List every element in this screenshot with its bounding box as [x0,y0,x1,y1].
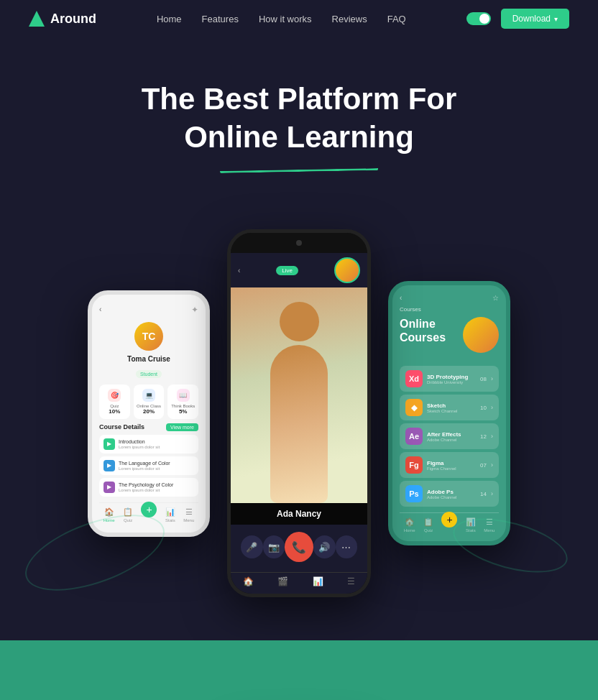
pl-stat-class: 💻 Online Class 20% [134,384,165,419]
features-section: 🖥 Access on all devices Fusce lectus neq… [0,640,598,700]
pc-nav-video[interactable]: 🎬 [277,576,288,586]
phone-right: ‹ ☆ Courses Online Courses Xd 3D Prototy… [388,281,510,545]
pl-badge-label: Student [136,370,162,378]
hero-underline [220,166,378,173]
pc-name-bar: Ada Nancy [231,503,367,525]
pl-stat-books-icon: 📖 [177,389,190,402]
pr-course-ae-icon: Ae [405,428,423,445]
pc-caller-name: Ada Nancy [239,509,359,519]
pc-video-area [231,287,367,503]
features-right: 🎯 Study convenient Fermentum convallis m… [407,691,555,700]
nav-right: Download [466,9,569,29]
nav-links: Home Features How it works Reviews FAQ [157,12,406,25]
pl-section-title: Course Details [99,423,144,430]
logo-icon [29,11,45,27]
pr-nav-add[interactable]: + [441,512,457,528]
pc-mic-btn[interactable]: 🎤 [241,535,263,558]
pc-speaker-btn[interactable]: 🔊 [313,535,336,558]
pc-person-body [270,345,328,503]
phone-left: ‹ ✦ TC Toma Cruise Student 🎯 Quiz 10% 💻 … [88,290,210,537]
pr-course-ps[interactable]: Ps Adobe Ps Adobe Channel 14 › [400,481,499,507]
pl-nav-stats[interactable]: 📊Stats [165,507,175,522]
pr-course-sketch[interactable]: ◆ Sketch Sketch Channel 10 › [400,395,499,420]
logo[interactable]: Around [29,11,96,27]
pl-lesson-3[interactable]: ▶ The Psychology of Color Lorem ipsum do… [99,478,198,497]
pr-top-area: Online Courses [400,317,499,360]
pr-course-ae[interactable]: Ae After Effects Adobe Channel 12 › [400,423,499,449]
pl-stat-quiz-icon: 🎯 [108,389,121,402]
hero-headline: The Best Platform For Online Learning [29,80,569,156]
pl-lesson-2-icon: ▶ [104,460,115,471]
pl-nav: 🏠Home 📋Quiz + 📊Stats ☰Menu [99,502,198,522]
nav-reviews[interactable]: Reviews [332,14,367,24]
pl-nav-menu[interactable]: ☰Menu [183,507,194,522]
pr-course-figma[interactable]: Fg Figma Figma Channel 07 › [400,452,499,478]
pc-hangup-btn[interactable]: 📞 [285,532,313,562]
pr-course-ps-icon: Ps [405,485,423,502]
theme-toggle[interactable] [466,12,491,25]
download-button[interactable]: Download [501,9,569,29]
pl-stat-class-icon: 💻 [142,389,155,402]
logo-text: Around [50,11,96,27]
pc-header: ‹ Live [231,253,367,287]
pc-person [231,287,367,503]
pc-nav-stats[interactable]: 📊 [313,576,323,586]
pl-username: Toma Cruise [99,355,198,363]
theme-toggle-wrap [466,12,491,25]
pr-thumb [463,317,499,353]
pr-nav-stats[interactable]: 📊Stats [466,517,476,533]
phones-section: ‹ ✦ TC Toma Cruise Student 🎯 Quiz 10% 💻 … [0,229,598,640]
pc-person-head [280,302,319,341]
pl-lesson-1-icon: ▶ [104,438,115,450]
nav-home[interactable]: Home [157,14,182,24]
pl-lesson-2[interactable]: ▶ The Language of Color Lorem ipsum dolo… [99,456,198,475]
pl-settings-icon[interactable]: ✦ [191,305,198,315]
pl-avatar: TC [134,322,163,351]
pr-back-icon[interactable]: ‹ [400,294,402,302]
pc-more-btn[interactable]: ⋯ [336,535,358,558]
pc-status-badge: Live [276,266,298,275]
pr-top: ‹ ☆ [400,294,499,302]
pr-save-icon[interactable]: ☆ [492,294,499,302]
pr-nav-menu[interactable]: ☰Menu [484,517,494,533]
pr-nav-quiz[interactable]: 📋Quiz [423,517,433,533]
pr-nav: 🏠Home 📋Quiz + 📊Stats ☰Menu [400,512,499,533]
pr-course-xd[interactable]: Xd 3D Prototyping Dribbble University 08… [400,366,499,392]
pl-view-more-btn[interactable]: View more [166,423,198,431]
pr-section-title: Courses [400,306,499,313]
pr-course-figma-icon: Fg [405,456,423,474]
pl-stats: 🎯 Quiz 10% 💻 Online Class 20% 📖 Think Bo… [99,384,198,419]
pr-nav-home[interactable]: 🏠Home [404,517,415,533]
pc-notch [231,233,367,253]
pc-nav-home[interactable]: 🏠 [243,576,254,586]
hero-section: The Best Platform For Online Learning [0,37,598,229]
pc-controls: 🎤 📷 📞 🔊 ⋯ [231,525,367,572]
pc-nav-menu[interactable]: ☰ [347,576,355,586]
pc-back-icon[interactable]: ‹ [238,267,240,275]
pr-course-sketch-icon: ◆ [405,399,423,416]
pl-nav-home[interactable]: 🏠Home [104,507,115,522]
hero-headline-line1: The Best Platform For [142,82,457,116]
pc-thumb-avatar [334,257,360,283]
pc-bottom-nav: 🏠 🎬 📊 ☰ [231,572,367,594]
pl-stat-quiz: 🎯 Quiz 10% [99,384,130,419]
pl-back-icon[interactable]: ‹ [99,305,101,313]
pc-video-btn[interactable]: 📷 [263,535,285,558]
hero-headline-line2: Online Learning [184,120,414,154]
pr-course-xd-icon: Xd [405,370,423,387]
pc-notch-dot [296,240,302,246]
pl-stat-books: 📖 Think Books 5% [167,384,198,419]
phone-center: ‹ Live Ada Nancy 🎤 📷 📞 🔊 ⋯ 🏠 🎬 [227,229,371,597]
pl-nav-quiz[interactable]: 📋Quiz [123,507,133,522]
pl-badge: Student [99,366,198,379]
pl-lesson-3-icon: ▶ [104,482,115,493]
navbar: Around Home Features How it works Review… [0,0,598,37]
pl-lesson-1[interactable]: ▶ Introduction Lorem ipsum dolor sit [99,435,198,453]
pl-nav-add[interactable]: + [141,502,157,517]
nav-how[interactable]: How it works [259,14,312,24]
nav-faq[interactable]: FAQ [387,14,406,24]
nav-features[interactable]: Features [202,14,239,24]
